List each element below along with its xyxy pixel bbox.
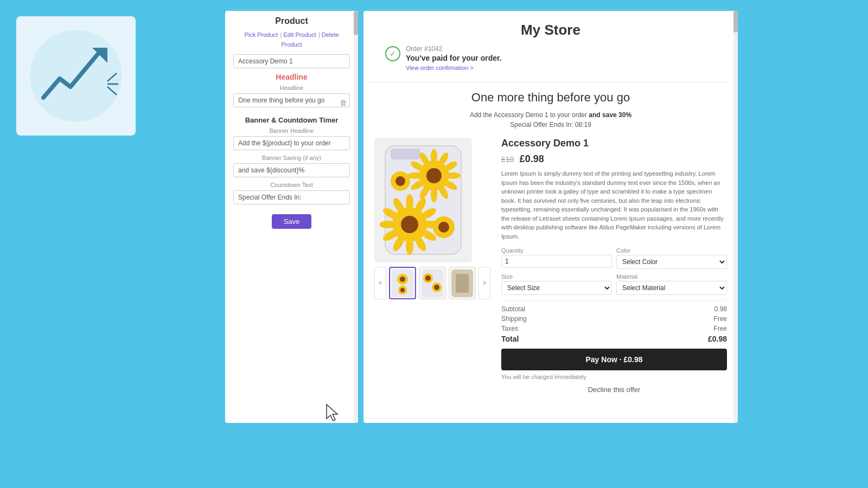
subtotal-label: Subtotal	[501, 305, 525, 313]
upsell-headline: One more thing before you go	[374, 91, 727, 105]
right-scrollbar[interactable]	[733, 11, 738, 423]
thumb-prev-button[interactable]: <	[374, 267, 386, 299]
svg-point-19	[407, 172, 423, 179]
svg-point-44	[400, 288, 405, 292]
headline-delete-icon[interactable]: 🗑	[340, 99, 347, 107]
banner-section-title: Banner & Countdown Timer	[233, 116, 350, 124]
svg-point-37	[395, 176, 405, 186]
total-value: £0.98	[708, 335, 727, 343]
banner-line1-bold: and save 30%	[589, 111, 631, 119]
svg-point-9	[426, 168, 442, 183]
material-group: Material Select Material	[616, 273, 727, 295]
total-label: Total	[501, 335, 519, 343]
countdown-label: Countdown Text	[233, 182, 350, 188]
product-description: Lorem Ipsum is simply dummy text of the …	[501, 169, 727, 241]
quantity-group: Quantity	[501, 247, 612, 269]
banner-saving-label: Banner Saving (if any)	[233, 155, 350, 161]
svg-point-10	[431, 149, 437, 164]
order-confirm-row: ✓ Order #1042 You've paid for your order…	[369, 45, 732, 72]
save-button[interactable]: Save	[272, 214, 312, 229]
upsell-section: One more thing before you go Add the Acc…	[363, 82, 738, 418]
svg-point-33	[380, 221, 397, 228]
material-select[interactable]: Select Material	[616, 281, 727, 295]
thumbnail-row: <	[374, 267, 490, 299]
svg-point-13	[445, 172, 461, 179]
color-group: Color Select Color	[616, 247, 727, 269]
order-info: Order #1042 You've paid for your order. …	[406, 45, 502, 72]
taxes-value: Free	[713, 325, 727, 332]
pay-now-button[interactable]: Pay Now · £0.98	[501, 349, 727, 370]
options-grid: Quantity Color Select Color Size Select …	[501, 247, 727, 295]
thumb-next-button[interactable]: >	[478, 267, 490, 299]
store-header: My Store ✓ Order #1042 You've paid for y…	[363, 11, 738, 82]
material-label: Material	[616, 273, 727, 280]
product-images: <	[374, 138, 490, 402]
quantity-input[interactable]	[501, 255, 612, 268]
store-name: My Store	[369, 22, 732, 38]
thumbnail-2[interactable]	[419, 267, 446, 299]
headline-input-wrapper: 🗑	[233, 93, 350, 112]
size-label: Size	[501, 273, 612, 280]
banner-saving-input[interactable]	[233, 163, 350, 177]
svg-point-0	[30, 30, 122, 122]
logo-image	[27, 27, 125, 125]
svg-rect-51	[456, 274, 469, 293]
main-product-image	[374, 138, 472, 262]
svg-point-23	[401, 216, 418, 233]
product-details: Accessory Demo 1 £10 £0.98 Lorem Ipsum i…	[501, 138, 727, 402]
view-order-link[interactable]: View order confirmation >	[406, 65, 474, 71]
shipping-label: Shipping	[501, 315, 527, 323]
product-input[interactable]	[233, 54, 350, 68]
price-old: £10	[501, 155, 514, 164]
price-new: £0.98	[520, 153, 544, 164]
size-group: Size Select Size	[501, 273, 612, 295]
banner-line2: Special Offer Ends In: 08:19	[510, 121, 591, 129]
footer-text: All rights reserved shoptest025	[363, 418, 738, 423]
left-panel-title: Product	[233, 16, 350, 26]
taxes-row: Taxes Free	[501, 325, 727, 332]
edit-product-link[interactable]: Edit Product	[284, 31, 316, 38]
headline-input[interactable]	[233, 93, 350, 107]
product-name: Accessory Demo 1	[501, 138, 727, 149]
check-icon: ✓	[390, 49, 396, 58]
price-row: £10 £0.98	[501, 153, 727, 165]
headline-section-title: Headline	[233, 73, 350, 81]
svg-point-49	[434, 285, 439, 290]
right-panel: My Store ✓ Order #1042 You've paid for y…	[363, 11, 738, 423]
totals-section: Subtotal 0.98 Shipping Free Taxes Free T…	[501, 300, 727, 343]
thumbnail-1[interactable]	[389, 267, 416, 299]
color-select[interactable]: Select Color	[616, 255, 727, 269]
thumbnail-3[interactable]	[449, 267, 476, 299]
svg-rect-7	[391, 149, 420, 159]
shipping-row: Shipping Free	[501, 315, 727, 323]
svg-point-16	[431, 187, 437, 202]
color-label: Color	[616, 247, 727, 254]
logo-area	[16, 16, 136, 136]
svg-point-24	[406, 194, 413, 211]
product-links: Pick Product | Edit Product | Delete Pro…	[233, 29, 350, 49]
banner-text: Add the Accessory Demo 1 to your order a…	[374, 110, 727, 130]
quantity-label: Quantity	[501, 247, 612, 254]
shipping-value: Free	[713, 315, 727, 323]
paid-text: You've paid for your order.	[406, 54, 502, 62]
left-panel: Product Pick Product | Edit Product | De…	[225, 11, 358, 423]
headline-label: Headline	[233, 85, 350, 91]
decline-offer-link[interactable]: Decline this offer	[501, 386, 727, 394]
right-scrollbar-thumb[interactable]	[733, 11, 738, 33]
total-row: Total £0.98	[501, 335, 727, 343]
svg-point-30	[406, 237, 413, 255]
pick-product-link[interactable]: Pick Product	[244, 31, 278, 38]
svg-point-39	[438, 222, 449, 233]
size-select[interactable]: Select Size	[501, 281, 612, 295]
svg-point-47	[425, 275, 431, 281]
banner-headline-input[interactable]	[233, 136, 350, 150]
countdown-input[interactable]	[233, 190, 350, 204]
banner-headline-label: Banner Headline	[233, 127, 350, 134]
banner-line1: Add the Accessory Demo 1 to your order	[470, 111, 587, 119]
subtotal-row: Subtotal 0.98	[501, 305, 727, 313]
subtotal-value: 0.98	[714, 305, 727, 313]
left-scrollbar-thumb[interactable]	[354, 11, 358, 35]
charged-text: You will be charged immediately	[501, 374, 727, 380]
left-scrollbar[interactable]	[354, 11, 358, 423]
svg-rect-45	[422, 269, 443, 297]
